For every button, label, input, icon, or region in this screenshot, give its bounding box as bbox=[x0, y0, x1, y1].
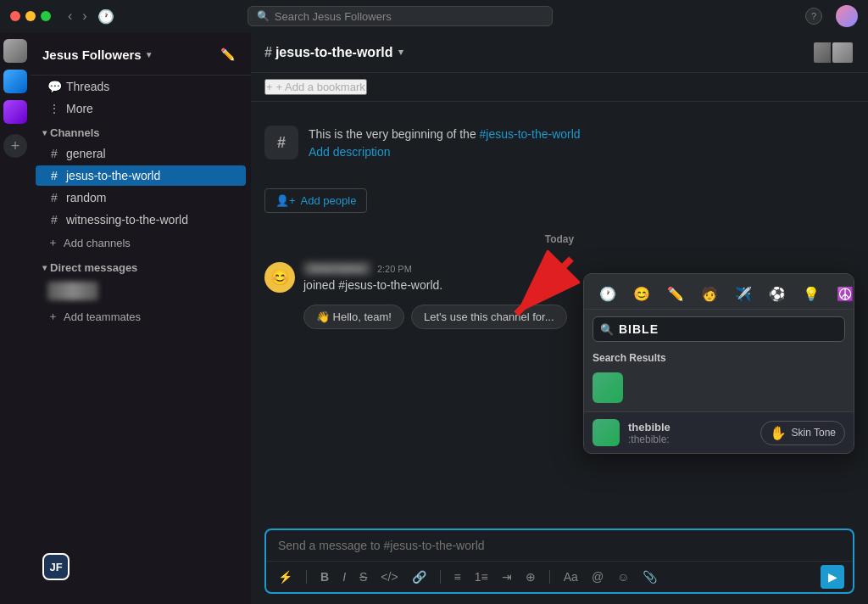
emoji-tab-symbols[interactable]: 💡 bbox=[796, 281, 826, 309]
indent-button[interactable]: ⇥ bbox=[498, 568, 515, 585]
channel-name[interactable]: # jesus-to-the-world ▾ bbox=[264, 45, 403, 60]
text-size-button[interactable]: Aa bbox=[560, 568, 581, 585]
emoji-search-input[interactable] bbox=[593, 316, 845, 342]
add-workspace-button[interactable]: + bbox=[3, 134, 27, 158]
titlebar: ‹ › 🕐 🔍 Search Jesus Followers ? bbox=[0, 0, 868, 32]
sidebar-item-threads[interactable]: 💬 Threads bbox=[36, 76, 246, 97]
workspace-badge-area: JF bbox=[31, 543, 251, 590]
minimize-button[interactable] bbox=[25, 11, 36, 21]
hash-icon-3: # bbox=[47, 213, 61, 226]
code-button[interactable]: </> bbox=[377, 568, 401, 585]
channels-caret-icon: ▾ bbox=[42, 128, 47, 137]
add-channels-button[interactable]: ＋ Add channels bbox=[36, 232, 246, 254]
add-person-icon: 👤+ bbox=[275, 194, 296, 207]
emoji-tab-people[interactable]: 🧑 bbox=[694, 281, 725, 309]
hash-icon-2: # bbox=[47, 191, 61, 204]
mention-button[interactable]: @ bbox=[588, 568, 607, 585]
bold-button[interactable]: B bbox=[317, 568, 332, 585]
avatar: 😊 bbox=[264, 262, 295, 293]
global-search-bar[interactable]: 🔍 Search Jesus Followers bbox=[248, 6, 553, 26]
reaction-channel-button[interactable]: Let's use this channel for... bbox=[411, 305, 567, 329]
plus-icon: ＋ bbox=[47, 235, 58, 250]
threads-icon: 💬 bbox=[47, 80, 61, 93]
rail-workspace-2[interactable] bbox=[3, 70, 27, 93]
search-placeholder: Search Jesus Followers bbox=[275, 10, 392, 23]
italic-button[interactable]: I bbox=[339, 568, 349, 585]
channel-hash: # bbox=[264, 45, 272, 60]
app-body: + Jesus Followers ▼ ✏️ 💬 Threads ⋮ More … bbox=[0, 32, 868, 604]
jf-badge[interactable]: JF bbox=[42, 553, 70, 580]
emoji-footer-info: thebible :thebible: bbox=[628, 421, 670, 445]
send-button[interactable]: ▶ bbox=[821, 565, 844, 589]
sidebar-item-random[interactable]: # random bbox=[36, 187, 246, 208]
channel-header: # jesus-to-the-world ▾ bbox=[251, 32, 868, 73]
channel-intro: # This is the very beginning of the #jes… bbox=[264, 115, 854, 182]
emoji-button[interactable]: ☺ bbox=[614, 568, 632, 585]
message-time: 2:20 PM bbox=[377, 264, 412, 274]
emoji-search-wrap: 🔍 bbox=[593, 316, 845, 342]
link-button[interactable]: 🔗 bbox=[409, 568, 430, 585]
emoji-result-item[interactable] bbox=[593, 372, 623, 403]
more-formatting-button[interactable]: ⊕ bbox=[522, 568, 539, 585]
add-bookmark-button[interactable]: + + Add a bookmark bbox=[264, 79, 367, 95]
history-button[interactable]: 🕐 bbox=[94, 7, 118, 26]
dm-avatar-1 bbox=[47, 282, 98, 300]
close-button[interactable] bbox=[10, 11, 20, 21]
add-teammates-button[interactable]: ＋ Add teammates bbox=[36, 305, 246, 327]
add-people-button[interactable]: 👤+ Add people bbox=[264, 188, 367, 213]
sidebar-item-jesus-to-the-world[interactable]: # jesus-to-the-world bbox=[36, 165, 246, 186]
emoji-tab-smileys[interactable]: 😊 bbox=[626, 281, 657, 309]
channel-caret-icon: ▾ bbox=[398, 47, 403, 58]
day-divider: Today bbox=[264, 233, 854, 245]
emoji-picker: 🕐 😊 ✏️ 🧑 ✈️ ⚽ 💡 ☮️ 🚩 ✦ 🔍 bbox=[583, 273, 854, 454]
dm-caret-icon: ▾ bbox=[42, 263, 47, 272]
rail-workspace-3[interactable] bbox=[3, 100, 27, 124]
emoji-tabs: 🕐 😊 ✏️ 🧑 ✈️ ⚽ 💡 ☮️ 🚩 ✦ bbox=[584, 274, 854, 310]
maximize-button[interactable] bbox=[41, 11, 51, 21]
list-unordered-button[interactable]: ≡ bbox=[451, 568, 465, 585]
new-message-button[interactable]: ✏️ bbox=[215, 42, 239, 66]
back-button[interactable]: ‹ bbox=[64, 7, 75, 26]
channel-link[interactable]: #jesus-to-the-world bbox=[480, 127, 581, 141]
workspace-rail: + bbox=[0, 32, 31, 604]
skin-tone-button[interactable]: ✋ Skin Tone bbox=[760, 421, 845, 445]
emoji-search-row: 🔍 bbox=[584, 310, 854, 349]
hash-icon: # bbox=[47, 147, 61, 160]
emoji-results-grid bbox=[584, 369, 854, 411]
user-avatar[interactable] bbox=[836, 5, 858, 27]
emoji-tab-recent[interactable]: 🕐 bbox=[593, 281, 623, 309]
emoji-tab-edit[interactable]: ✏️ bbox=[660, 281, 691, 309]
emoji-footer-shortcode: :thebible: bbox=[628, 433, 670, 445]
attach-button[interactable]: 📎 bbox=[639, 568, 660, 585]
dm-section-header[interactable]: ▾ Direct messages bbox=[31, 254, 251, 277]
emoji-tab-objects[interactable]: ⚽ bbox=[762, 281, 793, 309]
help-button[interactable]: ? bbox=[805, 8, 822, 25]
list-ordered-button[interactable]: 1≡ bbox=[471, 568, 492, 585]
emoji-tab-peace[interactable]: ☮️ bbox=[830, 281, 854, 309]
more-icon: ⋮ bbox=[47, 102, 61, 115]
main-content: # jesus-to-the-world ▾ + + Add a bookmar… bbox=[251, 32, 868, 604]
nav-buttons: ‹ › 🕐 bbox=[64, 7, 118, 26]
messages-area[interactable]: # This is the very beginning of the #jes… bbox=[251, 102, 868, 522]
emoji-tab-travel[interactable]: ✈️ bbox=[728, 281, 759, 309]
rail-workspace-1[interactable] bbox=[3, 39, 27, 63]
toolbar-separator-3 bbox=[549, 570, 550, 584]
members-avatars[interactable] bbox=[817, 41, 854, 64]
workspace-name[interactable]: Jesus Followers ▼ bbox=[42, 48, 153, 62]
sidebar-header: Jesus Followers ▼ ✏️ bbox=[31, 32, 251, 76]
message-input[interactable] bbox=[266, 530, 853, 561]
emoji-search-icon: 🔍 bbox=[600, 323, 614, 336]
lightning-button[interactable]: ⚡ bbox=[275, 568, 296, 585]
message-input-area: ⚡ B I S </> 🔗 ≡ 1≡ ⇥ ⊕ Aa @ ☺ 📎 bbox=[251, 522, 868, 604]
plus-icon-2: ＋ bbox=[47, 309, 58, 324]
sidebar-item-more[interactable]: ⋮ More bbox=[36, 98, 246, 119]
sidebar-item-witnessing[interactable]: # witnessing-to-the-world bbox=[36, 210, 246, 230]
add-description-link[interactable]: Add description bbox=[309, 145, 391, 159]
sidebar-item-general[interactable]: # general bbox=[36, 143, 246, 164]
dm-item-1[interactable] bbox=[36, 278, 246, 304]
forward-button[interactable]: › bbox=[79, 7, 90, 26]
channels-section-header[interactable]: ▾ Channels bbox=[31, 120, 251, 143]
reaction-hello-button[interactable]: 👋 Hello, team! bbox=[303, 305, 404, 329]
traffic-lights bbox=[10, 11, 51, 21]
strikethrough-button[interactable]: S bbox=[356, 568, 370, 585]
